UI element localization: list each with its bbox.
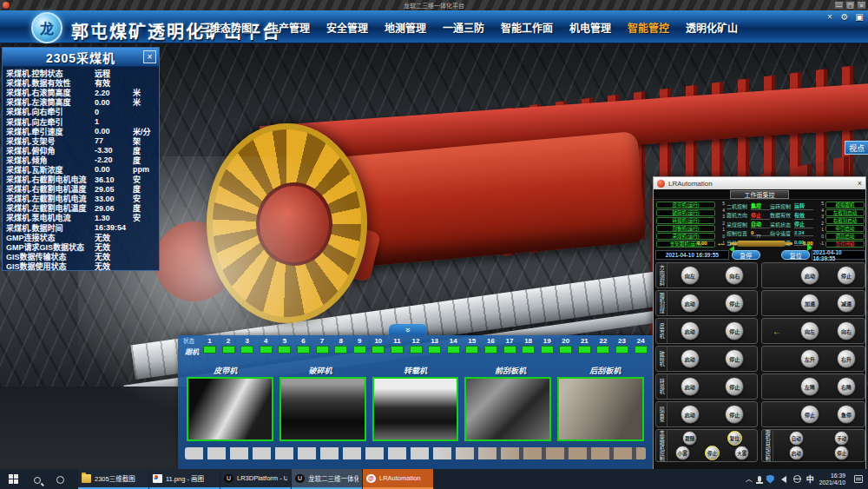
support-status-cell[interactable] bbox=[372, 346, 385, 354]
control-button[interactable]: 手动 bbox=[834, 431, 849, 446]
toolbar-icon[interactable]: ⚙ bbox=[839, 12, 850, 22]
control-button[interactable]: 停止 bbox=[834, 446, 849, 460]
support-status-cell[interactable] bbox=[260, 346, 273, 354]
motor-status-button[interactable]: 牵引启动 bbox=[825, 225, 865, 232]
nav-item[interactable]: 一通三防 bbox=[443, 20, 484, 35]
control-button[interactable]: 向左 bbox=[800, 321, 819, 340]
support-status-cell[interactable] bbox=[484, 346, 497, 354]
control-button[interactable]: 减速 bbox=[837, 294, 856, 313]
equipment-status-button[interactable]: 破碎机(运行) bbox=[656, 209, 715, 216]
search-button[interactable] bbox=[26, 472, 49, 487]
support-status-cell[interactable] bbox=[297, 346, 310, 354]
speaker-icon[interactable] bbox=[778, 476, 786, 483]
maximize-button[interactable]: ▢ bbox=[845, 1, 855, 10]
control-button[interactable]: 启动 bbox=[681, 377, 700, 396]
support-status-cell[interactable] bbox=[596, 346, 609, 354]
nav-item[interactable]: 三维态势图 bbox=[200, 20, 252, 35]
support-status-cell[interactable] bbox=[635, 346, 648, 354]
control-button[interactable]: 停止 bbox=[725, 377, 744, 396]
support-status-cell[interactable] bbox=[522, 346, 535, 354]
support-status-cell[interactable] bbox=[278, 346, 291, 354]
support-status-cell[interactable] bbox=[578, 346, 591, 354]
camera-feed[interactable] bbox=[279, 377, 366, 441]
camera-feed[interactable] bbox=[372, 377, 459, 441]
control-button[interactable]: 启动 bbox=[681, 294, 700, 313]
support-status-cell[interactable] bbox=[465, 346, 478, 354]
nav-item[interactable]: 智能管控 bbox=[628, 20, 669, 35]
viewpoint-tab[interactable]: 视点 bbox=[845, 141, 868, 155]
control-button[interactable]: 自动 bbox=[789, 431, 804, 446]
toolbar-icon[interactable]: × bbox=[825, 12, 835, 22]
nav-item[interactable]: 安全管理 bbox=[326, 20, 368, 35]
support-status-cell[interactable] bbox=[559, 346, 572, 354]
control-button[interactable]: 停止 bbox=[725, 405, 744, 424]
control-button[interactable]: 加速 bbox=[800, 294, 819, 313]
equipment-status-button[interactable]: 皮带机(运行) bbox=[656, 202, 715, 208]
nav-item[interactable]: 地测管理 bbox=[385, 20, 426, 35]
start-button[interactable] bbox=[0, 469, 26, 489]
notification-center-icon[interactable] bbox=[854, 475, 863, 483]
control-button[interactable]: 停止 bbox=[705, 446, 720, 460]
close-icon[interactable]: × bbox=[143, 50, 156, 63]
control-button[interactable]: 停止 bbox=[837, 266, 856, 285]
motor-status-button[interactable]: 左截割启动 bbox=[825, 209, 865, 216]
collapse-panel-button[interactable]: « bbox=[389, 324, 427, 335]
motor-status-button[interactable]: 右截割启动 bbox=[825, 217, 865, 224]
support-status-cell[interactable] bbox=[410, 346, 423, 354]
control-button[interactable]: 左降 bbox=[800, 377, 819, 396]
taskbar-task[interactable]: 2305三维截图 bbox=[78, 469, 148, 489]
control-button[interactable]: 跟随 bbox=[682, 431, 697, 446]
support-status-cell[interactable] bbox=[503, 346, 516, 354]
control-button[interactable]: 启动 bbox=[800, 266, 819, 285]
control-button[interactable]: 启动 bbox=[681, 349, 700, 368]
taskbar-task[interactable]: LRAutomation bbox=[363, 469, 433, 489]
control-button[interactable]: 右升 bbox=[837, 349, 856, 368]
estop-button[interactable]: 急停 bbox=[732, 250, 760, 260]
support-status-cell[interactable] bbox=[447, 346, 460, 354]
equipment-status-button[interactable]: 刮板机(运行) bbox=[656, 225, 715, 232]
close-button[interactable]: × bbox=[857, 1, 866, 10]
control-button[interactable]: 停止 bbox=[725, 294, 744, 313]
taskbar-task[interactable]: 龙软二三维一体化... bbox=[292, 469, 362, 489]
tab-workface-control[interactable]: 工作面集控 bbox=[730, 190, 789, 199]
control-button[interactable]: 左升 bbox=[800, 349, 819, 368]
control-button[interactable]: 停止 bbox=[800, 405, 819, 424]
support-status-cell[interactable] bbox=[391, 346, 404, 354]
control-button[interactable]: 启动 bbox=[681, 321, 700, 340]
support-status-cell[interactable] bbox=[203, 346, 216, 354]
support-status-cell[interactable] bbox=[334, 346, 347, 354]
support-status-cell[interactable] bbox=[240, 346, 253, 354]
toolbar-icon[interactable]: ▣ bbox=[854, 12, 865, 22]
ime-indicator[interactable]: 中 bbox=[806, 473, 814, 485]
reset-button[interactable]: 复位 bbox=[781, 250, 810, 260]
taskbar-clock[interactable]: 16:39 2021/4/10 bbox=[819, 472, 845, 486]
camera-feed[interactable] bbox=[464, 377, 551, 441]
cortana-button[interactable] bbox=[49, 472, 71, 487]
control-button[interactable]: 小雾 bbox=[675, 446, 690, 460]
control-button[interactable]: 右降 bbox=[837, 377, 856, 396]
camera-feed[interactable] bbox=[557, 377, 644, 441]
control-button[interactable]: 停止 bbox=[725, 321, 744, 340]
support-status-cell[interactable] bbox=[541, 346, 554, 354]
camera-feed[interactable] bbox=[187, 377, 273, 441]
support-status-cell[interactable] bbox=[353, 346, 366, 354]
support-status-cell[interactable] bbox=[316, 346, 329, 354]
nav-item[interactable]: 生产管理 bbox=[268, 20, 310, 35]
control-button[interactable]: 急停 bbox=[837, 405, 856, 424]
equipment-status-button[interactable]: 转载机(运行) bbox=[656, 217, 715, 224]
control-button[interactable]: 向左 bbox=[681, 266, 700, 285]
microphone-icon[interactable] bbox=[758, 476, 761, 482]
support-status-cell[interactable] bbox=[428, 346, 441, 354]
control-button[interactable]: 启动 bbox=[789, 446, 804, 460]
taskbar-task[interactable]: LR3DPlatform - U... bbox=[220, 469, 291, 489]
thumbnail-filmstrip[interactable] bbox=[185, 447, 646, 459]
control-button[interactable]: 复位 bbox=[727, 431, 742, 446]
support-status-cell[interactable] bbox=[222, 346, 235, 354]
nav-item[interactable]: 机电管理 bbox=[569, 20, 611, 35]
network-icon[interactable] bbox=[793, 475, 801, 483]
nav-item[interactable]: 透明化矿山 bbox=[686, 20, 738, 35]
shearer-glyph[interactable] bbox=[737, 241, 786, 247]
tray-expand-icon[interactable]: ︿ bbox=[746, 473, 753, 483]
control-button[interactable]: 大雾 bbox=[734, 446, 749, 460]
taskbar-task[interactable]: 11.png - 画图 bbox=[149, 469, 220, 489]
